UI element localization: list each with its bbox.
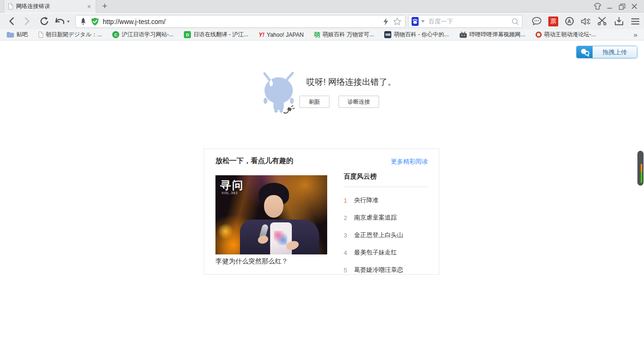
back-button[interactable] xyxy=(5,15,18,27)
trending-item: 2 南京虐童案追踪 xyxy=(344,213,429,222)
tab-title: 网络连接错误 xyxy=(16,2,86,10)
restore-button[interactable] xyxy=(616,0,628,13)
bookmarks-overflow-icon[interactable]: » xyxy=(634,31,637,39)
menu-hamburger-icon[interactable] xyxy=(629,15,642,27)
reader-rocket-icon[interactable] xyxy=(80,17,87,25)
speaker-icon[interactable] xyxy=(579,15,592,27)
theme-skin-icon[interactable] xyxy=(591,0,603,13)
figure-face xyxy=(264,195,283,218)
trending-panel: 百度风云榜 1 央行降准 2 南京虐童案追踪 3 金正恩登上白头山 4 最美包子… xyxy=(344,172,429,274)
tab-close-icon[interactable]: × xyxy=(86,3,92,10)
bookmark-item-bilibili[interactable]: 哔哩哔哩弹幕视频网... xyxy=(459,31,525,39)
undo-button[interactable] xyxy=(54,15,71,27)
minimize-button[interactable] xyxy=(603,0,616,13)
more-reading-link[interactable]: 更多精彩阅读 xyxy=(391,157,428,166)
forward-button[interactable] xyxy=(21,15,34,27)
moegirl-icon: 萌 xyxy=(314,31,320,38)
dict-icon: D xyxy=(184,31,191,38)
folder-icon xyxy=(7,32,14,38)
figure-shirt-print xyxy=(274,231,287,245)
trending-title: 百度风云榜 xyxy=(344,172,429,187)
feedback-chat-icon[interactable] xyxy=(530,15,543,27)
tab-network-error[interactable]: 网络连接错误 × xyxy=(4,0,96,13)
scrollbar-thumb[interactable] xyxy=(637,151,644,186)
trending-link[interactable]: 最美包子妹走红 xyxy=(354,248,397,257)
bookmark-item-hujiang[interactable]: C 沪江日语学习网站-... xyxy=(112,31,173,39)
diagnose-connection-button[interactable]: 诊断连接 xyxy=(339,96,379,108)
mengwu-icon: MB xyxy=(384,31,391,38)
bookmarks-bar: 贴吧 朝日新聞デジタル：... C 沪江日语学习网站-... D 日语在线翻译 … xyxy=(0,29,644,41)
ticket-icon[interactable]: 票 xyxy=(547,15,560,27)
bookmark-item-mengdong[interactable]: 萌动王朝动漫论坛-... xyxy=(536,31,596,39)
search-magnifier-icon[interactable] xyxy=(512,18,519,25)
fun-content-card: 放松一下，看点儿有趣的 更多精彩阅读 寻问 VOL.352 李健为什么突然那么红… xyxy=(204,148,439,275)
refresh-button[interactable] xyxy=(38,15,51,27)
new-tab-button[interactable]: + xyxy=(97,0,112,13)
bookmark-item-asahi[interactable]: 朝日新聞デジタル：... xyxy=(38,31,102,39)
image-logo-text: 寻问 xyxy=(220,178,244,193)
lightning-icon[interactable] xyxy=(383,18,388,25)
trending-rank: 1 xyxy=(344,197,354,204)
error-heading: 哎呀! 网络连接出错了。 xyxy=(306,76,396,88)
card-title: 放松一下，看点儿有趣的 xyxy=(215,156,293,165)
search-input[interactable] xyxy=(429,18,512,25)
image-volume-text: VOL.352 xyxy=(222,191,238,195)
yahoo-icon: Y! xyxy=(259,31,264,38)
baidu-paw-icon[interactable] xyxy=(412,17,419,26)
trending-rank: 5 xyxy=(344,267,354,274)
article-caption-link[interactable]: 李健为什么突然那么红？ xyxy=(215,257,288,266)
bookmark-item-mengwu[interactable]: MB 萌物百科 - 你心中的... xyxy=(384,31,449,39)
trending-item: 3 金正恩登上白头山 xyxy=(344,231,429,239)
window-controls xyxy=(591,0,640,13)
trending-rank: 3 xyxy=(344,232,354,239)
robot-mascot-icon xyxy=(260,71,297,114)
toolbar: 票 A xyxy=(0,13,644,29)
search-engine-caret-icon[interactable] xyxy=(421,20,425,23)
bookmark-star-icon[interactable] xyxy=(393,17,401,25)
trending-link[interactable]: 金正恩登上白头山 xyxy=(354,231,403,239)
titlebar: 网络连接错误 × + xyxy=(0,0,644,13)
url-input[interactable] xyxy=(103,18,383,25)
bilibili-icon xyxy=(459,32,467,38)
screenshot-scissors-icon[interactable] xyxy=(595,15,608,27)
refresh-page-button[interactable]: 刷新 xyxy=(299,96,330,108)
page-icon xyxy=(38,32,43,38)
article-image[interactable]: 寻问 VOL.352 xyxy=(215,175,327,254)
hujiang-icon: C xyxy=(112,31,119,38)
address-bar[interactable] xyxy=(75,15,405,28)
download-icon[interactable] xyxy=(612,15,625,27)
trending-link[interactable]: 央行降准 xyxy=(354,196,379,204)
close-button[interactable] xyxy=(628,0,640,13)
bookmark-item-tieba[interactable]: 贴吧 xyxy=(7,31,28,39)
reader-mode-icon[interactable]: A xyxy=(563,15,576,27)
search-box[interactable] xyxy=(408,15,522,28)
security-shield-icon[interactable] xyxy=(91,17,99,26)
trending-link[interactable]: 南京虐童案追踪 xyxy=(354,213,397,222)
drag-upload-button[interactable]: 拖拽上传 xyxy=(576,46,637,58)
scrollbar-speed-stripe xyxy=(641,164,642,183)
trending-item: 5 葛荟婕冷嘲汪章恋 xyxy=(344,266,429,274)
trending-item: 4 最美包子妹走红 xyxy=(344,248,429,257)
trending-item: 1 央行降准 xyxy=(344,196,429,204)
mengdong-icon xyxy=(536,32,542,38)
page-icon xyxy=(8,3,13,9)
upload-cloud-icon xyxy=(577,46,593,58)
trending-rank: 2 xyxy=(344,214,354,221)
trending-rank: 4 xyxy=(344,249,354,256)
bookmark-item-yahoo[interactable]: Y! Yahoo! JAPAN xyxy=(259,31,304,38)
bookmark-item-dict[interactable]: D 日语在线翻译 - 沪江... xyxy=(184,31,248,39)
trending-link[interactable]: 葛荟婕冷嘲汪章恋 xyxy=(354,266,403,274)
bookmark-item-moegirl[interactable]: 萌 萌娘百科 万物皆可... xyxy=(314,31,374,39)
